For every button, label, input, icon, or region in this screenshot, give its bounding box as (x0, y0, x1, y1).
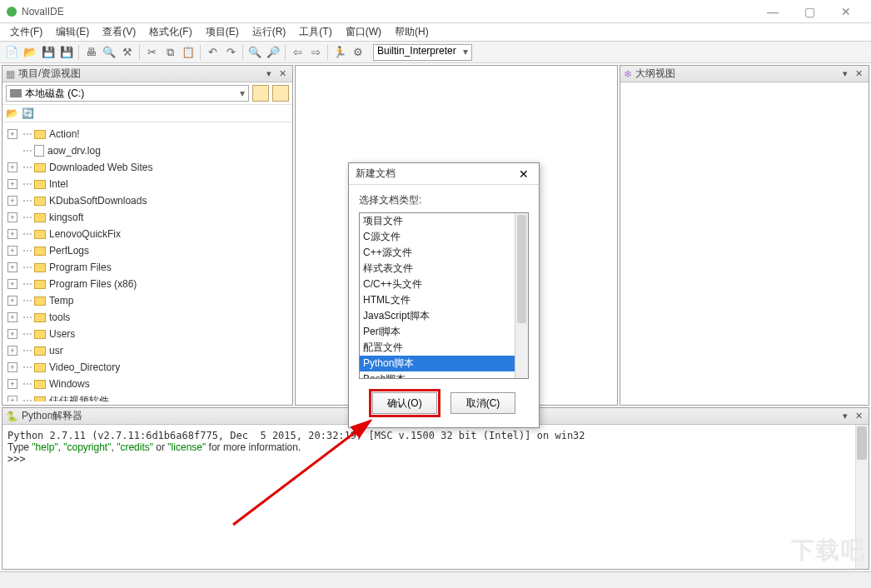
undo-icon[interactable]: ↶ (204, 44, 221, 61)
listbox-item[interactable]: JavaScript脚本 (360, 308, 515, 324)
interpreter-select[interactable]: Builtin_Interpreter (373, 44, 472, 61)
menu-view[interactable]: 查看(V) (96, 25, 142, 39)
menu-window[interactable]: 窗口(W) (339, 25, 388, 39)
tree-item[interactable]: +⋯Program Files (7, 259, 287, 276)
panel-menu-button[interactable]: ▾ (839, 67, 852, 81)
expander-icon[interactable]: + (7, 346, 17, 356)
file-tree[interactable]: +⋯Action!+⋯aow_drv.log+⋯Downloaded Web S… (2, 122, 292, 401)
listbox-item[interactable]: Perl脚本 (360, 324, 515, 340)
refresh-icon[interactable]: 🔄 (22, 107, 34, 119)
drive-select[interactable]: 本地磁盘 (C:) (6, 85, 249, 102)
listbox-scrollbar[interactable] (515, 213, 528, 378)
drive-btn-2[interactable] (272, 85, 289, 102)
menu-help[interactable]: 帮助(H) (388, 25, 436, 39)
expander-icon[interactable]: + (7, 312, 17, 322)
print-icon[interactable]: 🖶 (82, 44, 99, 61)
expander-icon[interactable]: + (7, 262, 17, 272)
listbox-item[interactable]: Python脚本 (360, 356, 515, 371)
tree-item[interactable]: +⋯Downloaded Web Sites (7, 159, 287, 176)
cut-icon[interactable]: ✂ (143, 44, 160, 61)
listbox-item[interactable]: C源文件 (360, 229, 515, 245)
tree-item[interactable]: +⋯Intel (7, 176, 287, 192)
copy-icon[interactable]: ⧉ (162, 44, 178, 61)
forward-icon[interactable]: ⇨ (307, 44, 324, 61)
listbox-item[interactable]: 配置文件 (360, 340, 515, 356)
menu-run[interactable]: 运行(R) (246, 25, 293, 39)
tree-item[interactable]: +⋯Windows (7, 376, 287, 392)
outline-panel: ❄ 大纲视图 ▾ ✕ (620, 65, 869, 406)
folder-icon (34, 330, 46, 339)
cancel-button[interactable]: 取消(C) (450, 392, 515, 414)
expander-icon[interactable]: + (7, 362, 17, 372)
maximize-button[interactable]: ▢ (791, 0, 828, 23)
zoom-out-icon[interactable]: 🔎 (265, 44, 281, 61)
tree-item[interactable]: +⋯aow_drv.log (7, 142, 287, 159)
tree-item[interactable]: +⋯tools (7, 309, 287, 326)
tree-item[interactable]: +⋯LenovoQuickFix (7, 226, 287, 242)
menu-format[interactable]: 格式化(F) (142, 25, 198, 39)
menu-project[interactable]: 项目(E) (199, 25, 246, 39)
tree-item[interactable]: +⋯Temp (7, 292, 287, 309)
dialog-titlebar: 新建文档 ✕ (349, 163, 539, 185)
project-panel-title: 项目/资源视图 (18, 67, 81, 81)
panel-menu-button[interactable]: ▾ (262, 67, 276, 81)
expander-icon[interactable]: + (7, 129, 17, 139)
gear-icon[interactable]: ⚙ (350, 44, 366, 61)
close-button[interactable]: ✕ (828, 0, 864, 23)
drive-btn-1[interactable] (252, 85, 269, 102)
expander-icon[interactable]: + (7, 329, 17, 339)
listbox-item[interactable]: C++源文件 (360, 245, 515, 261)
open-folder-icon[interactable]: 📂 (6, 107, 18, 119)
back-icon[interactable]: ⇦ (289, 44, 306, 61)
panel-close-button[interactable]: ✕ (852, 410, 865, 423)
listbox-item[interactable]: 样式表文件 (360, 261, 515, 277)
python-console[interactable]: Python 2.7.11 (v2.7.11:6d1b6a68f775, Dec… (2, 425, 869, 569)
tree-item[interactable]: +⋯佳佳视频软件 (7, 392, 287, 401)
zoom-in-icon[interactable]: 🔍 (246, 44, 263, 61)
listbox-item[interactable]: 项目文件 (360, 213, 515, 229)
tree-item[interactable]: +⋯PerfLogs (7, 242, 287, 259)
doc-type-listbox[interactable]: 项目文件C源文件C++源文件样式表文件C/C++头文件HTML文件JavaScr… (359, 212, 529, 379)
expander-icon[interactable]: + (7, 296, 17, 306)
panel-menu-button[interactable]: ▾ (839, 410, 852, 423)
listbox-item[interactable]: C/C++头文件 (360, 277, 515, 292)
menu-file[interactable]: 文件(F) (3, 25, 49, 39)
file-icon (34, 145, 44, 157)
folder-icon (34, 197, 46, 206)
listbox-item[interactable]: Bash脚本 (360, 371, 515, 378)
tree-item[interactable]: +⋯Action! (7, 126, 287, 142)
expander-icon[interactable]: + (7, 379, 17, 389)
tree-item[interactable]: +⋯Video_Directory (7, 359, 287, 376)
listbox-item[interactable]: HTML文件 (360, 292, 515, 308)
tree-item[interactable]: +⋯KDubaSoftDownloads (7, 192, 287, 209)
dialog-close-button[interactable]: ✕ (515, 166, 532, 182)
tree-item[interactable]: +⋯Users (7, 326, 287, 342)
expander-icon[interactable]: + (7, 212, 17, 222)
open-file-icon[interactable]: 📂 (22, 44, 38, 61)
tree-item[interactable]: +⋯Program Files (x86) (7, 276, 287, 292)
expander-icon[interactable]: + (7, 396, 17, 401)
ok-button[interactable]: 确认(O) (372, 392, 437, 414)
panel-close-button[interactable]: ✕ (852, 67, 865, 81)
find-icon[interactable]: 🔍 (101, 44, 117, 61)
expander-icon[interactable]: + (7, 279, 17, 289)
panel-close-button[interactable]: ✕ (276, 67, 289, 81)
new-file-icon[interactable]: 📄 (3, 44, 20, 61)
tree-item-label: Program Files (49, 262, 112, 273)
expander-icon[interactable]: + (7, 196, 17, 206)
tool-icon[interactable]: ⚒ (119, 44, 136, 61)
redo-icon[interactable]: ↷ (222, 44, 239, 61)
expander-icon[interactable]: + (7, 229, 17, 239)
menu-edit[interactable]: 编辑(E) (49, 25, 96, 39)
save-icon[interactable]: 💾 (40, 44, 57, 61)
expander-icon[interactable]: + (7, 162, 17, 172)
expander-icon[interactable]: + (7, 179, 17, 189)
paste-icon[interactable]: 📋 (180, 44, 197, 61)
minimize-button[interactable]: — (754, 0, 791, 23)
tree-item[interactable]: +⋯kingsoft (7, 209, 287, 226)
tree-item[interactable]: +⋯usr (7, 342, 287, 359)
run-icon[interactable]: 🏃 (331, 44, 348, 61)
save-all-icon[interactable]: 💾 (58, 44, 75, 61)
menu-tools[interactable]: 工具(T) (292, 25, 338, 39)
expander-icon[interactable]: + (7, 246, 17, 256)
